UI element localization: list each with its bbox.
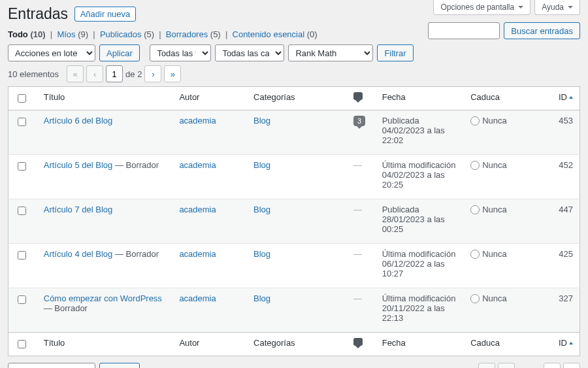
post-id: 327 (559, 293, 573, 303)
date-value: 06/12/2022 a las 10:27 (382, 259, 445, 278)
col-header-comments[interactable] (347, 87, 376, 110)
date-filter-select[interactable]: Todas las fechas (150, 44, 211, 61)
expire-radio-icon (470, 116, 480, 125)
expire-value: Nunca (482, 293, 507, 303)
first-page-button-bottom: « (478, 363, 495, 368)
select-all-checkbox-bottom[interactable] (18, 340, 26, 348)
author-link[interactable]: academia (179, 116, 216, 125)
author-link[interactable]: academia (179, 160, 216, 170)
table-row: Artículo 4 del Blog — Borrador academia … (8, 244, 580, 288)
row-checkbox[interactable] (18, 207, 26, 215)
col-header-date[interactable]: Fecha (376, 87, 465, 110)
next-page-button[interactable]: › (144, 65, 161, 82)
category-link[interactable]: Blog (253, 293, 270, 303)
date-status: Publicada (382, 205, 419, 214)
expire-radio-icon (470, 205, 480, 214)
apply-bulk-button[interactable]: Aplicar (99, 44, 140, 61)
col-header-author: Autor (172, 87, 247, 110)
filter-mine[interactable]: Míos (9) (57, 29, 88, 39)
col-header-expire[interactable]: Caduca (464, 87, 549, 110)
post-id: 453 (559, 116, 573, 125)
screen-options-tab[interactable]: Opciones de pantalla (433, 0, 531, 15)
category-link[interactable]: Blog (253, 116, 270, 125)
filter-cornerstone[interactable]: Contenido esencial (0) (233, 29, 318, 39)
comment-count-badge[interactable]: 3 (353, 116, 365, 126)
select-all-checkbox[interactable] (18, 94, 26, 103)
date-value: 04/02/2023 a las 22:02 (382, 125, 445, 145)
comment-icon (353, 338, 363, 346)
help-tab[interactable]: Ayuda (534, 0, 580, 15)
post-title-link[interactable]: Artículo 5 del Blog (44, 160, 113, 170)
post-id: 425 (559, 249, 573, 259)
table-row: Artículo 6 del Blog academia Blog 3 Publ… (8, 110, 580, 155)
apply-bulk-button-bottom[interactable]: Aplicar (99, 363, 140, 368)
prev-page-button: ‹ (86, 65, 103, 82)
post-title-link[interactable]: Cómo empezar con WordPress (44, 293, 162, 303)
screen-options-label: Opciones de pantalla (440, 3, 514, 12)
bulk-actions-select-bottom[interactable]: Acciones en lote (8, 363, 95, 368)
pagination-bottom: 10 elementos « ‹ 1 de 2 › » (419, 363, 580, 368)
help-label: Ayuda (542, 3, 564, 12)
col-footer-categories: Categorías (247, 333, 347, 356)
chevron-down-icon (568, 6, 573, 8)
rankmath-filter-select[interactable]: Rank Math (288, 44, 373, 61)
filter-all[interactable]: Todo (10) (8, 29, 46, 39)
row-checkbox[interactable] (18, 251, 26, 259)
prev-page-button-bottom: ‹ (498, 363, 515, 368)
post-title-link[interactable]: Artículo 7 del Blog (44, 205, 113, 214)
category-link[interactable]: Blog (253, 249, 270, 259)
row-checkbox[interactable] (18, 118, 26, 126)
category-filter-select[interactable]: Todas las categorías (215, 44, 284, 61)
row-checkbox[interactable] (18, 295, 26, 304)
items-count: 10 elementos (8, 69, 59, 79)
author-link[interactable]: academia (179, 293, 216, 303)
date-value: 28/01/2023 a las 00:25 (382, 214, 445, 234)
last-page-button-bottom[interactable]: » (563, 363, 580, 368)
no-comments: — (353, 249, 362, 259)
filter-drafts[interactable]: Borradores (5) (166, 29, 221, 39)
filter-published[interactable]: Publicados (5) (100, 29, 154, 39)
expire-radio-icon (470, 161, 480, 170)
no-comments: — (353, 160, 362, 170)
bulk-actions-select[interactable]: Acciones en lote (8, 44, 95, 61)
current-page-input[interactable] (106, 65, 123, 82)
no-comments: — (353, 205, 362, 214)
date-status: Publicada (382, 116, 419, 125)
post-state: — Borrador (44, 303, 88, 313)
date-value: 04/02/2023 a las 20:25 (382, 170, 445, 190)
col-header-title[interactable]: Título (37, 87, 173, 110)
no-comments: — (353, 293, 362, 303)
page-title: Entradas (8, 0, 68, 23)
category-link[interactable]: Blog (253, 160, 270, 170)
col-footer-comments[interactable] (347, 333, 376, 356)
expire-value: Nunca (482, 249, 507, 259)
expire-value: Nunca (482, 205, 507, 214)
add-new-button[interactable]: Añadir nueva (74, 7, 137, 22)
table-row: Cómo empezar con WordPress — Borrador ac… (8, 288, 580, 333)
comment-icon (353, 92, 363, 100)
last-page-button[interactable]: » (164, 65, 181, 82)
col-footer-date[interactable]: Fecha (376, 333, 465, 356)
chevron-down-icon (518, 6, 523, 8)
col-footer-expire[interactable]: Caduca (464, 333, 549, 356)
col-header-id[interactable]: ID (549, 87, 580, 110)
expire-value: Nunca (482, 116, 507, 125)
category-link[interactable]: Blog (253, 205, 270, 214)
posts-table: Título Autor Categorías Fecha Caduca ID … (8, 86, 580, 356)
pagination-top: 10 elementos « ‹ de 2 › » (8, 65, 181, 82)
author-link[interactable]: academia (179, 249, 216, 259)
total-pages-label: de 2 (125, 69, 142, 79)
search-button[interactable]: Buscar entradas (504, 22, 580, 39)
search-input[interactable] (428, 22, 500, 39)
table-row: Artículo 7 del Blog academia Blog — Publ… (8, 199, 580, 244)
post-title-link[interactable]: Artículo 6 del Blog (44, 116, 113, 125)
post-state: — Borrador (112, 249, 159, 259)
filter-button[interactable]: Filtrar (377, 44, 413, 61)
col-footer-id[interactable]: ID (549, 333, 580, 356)
row-checkbox[interactable] (18, 162, 26, 171)
col-footer-title[interactable]: Título (37, 333, 173, 356)
post-title-link[interactable]: Artículo 4 del Blog (44, 249, 113, 259)
author-link[interactable]: academia (179, 205, 216, 214)
col-header-categories: Categorías (247, 87, 347, 110)
next-page-button-bottom[interactable]: › (544, 363, 561, 368)
